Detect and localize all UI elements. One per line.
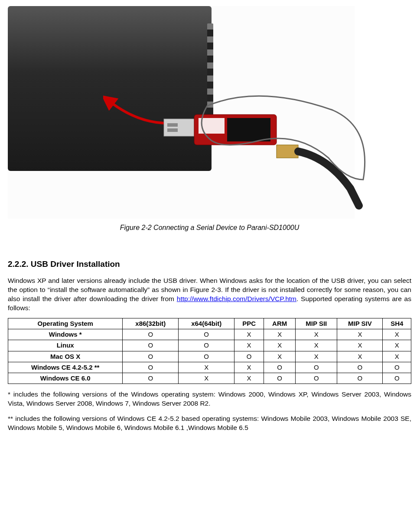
svg-rect-0 bbox=[164, 119, 194, 136]
cell: O bbox=[234, 351, 264, 362]
os-support-table: Operating System x86(32bit) x64(64bit) P… bbox=[8, 318, 411, 384]
svg-rect-1 bbox=[167, 123, 178, 127]
cell: X bbox=[264, 329, 296, 340]
cell: X bbox=[234, 329, 264, 340]
cell: O bbox=[383, 373, 411, 384]
cell: O bbox=[264, 373, 296, 384]
figure-image bbox=[8, 6, 355, 219]
section-heading: 2.2.2. USB Driver Installation bbox=[8, 259, 411, 270]
intro-paragraph: Windows XP and later versions already in… bbox=[8, 276, 411, 313]
table-row: Linux O O X X X X X bbox=[8, 340, 411, 351]
table-row: Windows * O O X X X X X bbox=[8, 329, 411, 340]
table-row: Mac OS X O O O X X X X bbox=[8, 351, 411, 362]
table-row: Windows CE 6.0 O X X O O O O bbox=[8, 373, 411, 384]
cell: X bbox=[296, 351, 337, 362]
cell: X bbox=[296, 329, 337, 340]
cell: O bbox=[296, 373, 337, 384]
cell: O bbox=[383, 362, 411, 373]
cell: O bbox=[123, 351, 179, 362]
cell: X bbox=[179, 373, 234, 384]
cell: O bbox=[123, 373, 179, 384]
table-row: Windows CE 4.2-5.2 ** O X X O O O O bbox=[8, 362, 411, 373]
os-cell: Windows * bbox=[8, 329, 123, 340]
os-cell: Mac OS X bbox=[8, 351, 123, 362]
col-sh4: SH4 bbox=[383, 318, 411, 329]
cell: X bbox=[264, 351, 296, 362]
driver-link[interactable]: http://www.ftdichip.com/Drivers/VCP.htm bbox=[177, 295, 296, 302]
cell: X bbox=[179, 362, 234, 373]
col-mip2: MIP SII bbox=[296, 318, 337, 329]
table-header-row: Operating System x86(32bit) x64(64bit) P… bbox=[8, 318, 411, 329]
cell: X bbox=[296, 340, 337, 351]
col-mip4: MIP SIV bbox=[337, 318, 383, 329]
cell: O bbox=[337, 373, 383, 384]
cell: X bbox=[234, 373, 264, 384]
cell: X bbox=[383, 340, 411, 351]
col-x86: x86(32bit) bbox=[123, 318, 179, 329]
cell: X bbox=[234, 362, 264, 373]
cell: O bbox=[123, 340, 179, 351]
usb-device-and-hand-illustration bbox=[147, 93, 372, 223]
svg-rect-2 bbox=[167, 128, 178, 132]
cell: O bbox=[179, 351, 234, 362]
os-cell: Windows CE 4.2-5.2 ** bbox=[8, 362, 123, 373]
col-x64: x64(64bit) bbox=[179, 318, 234, 329]
col-os: Operating System bbox=[8, 318, 123, 329]
os-cell: Linux bbox=[8, 340, 123, 351]
cell: X bbox=[337, 340, 383, 351]
cell: X bbox=[264, 340, 296, 351]
cell: O bbox=[296, 362, 337, 373]
cell: O bbox=[337, 362, 383, 373]
footnote-1: * includes the following versions of the… bbox=[8, 390, 411, 408]
cell: O bbox=[123, 329, 179, 340]
col-ppc: PPC bbox=[234, 318, 264, 329]
cell: O bbox=[123, 362, 179, 373]
col-arm: ARM bbox=[264, 318, 296, 329]
figure-caption: Figure 2-2 Connecting a Serial Device to… bbox=[8, 223, 411, 233]
os-cell: Windows CE 6.0 bbox=[8, 373, 123, 384]
cell: O bbox=[179, 340, 234, 351]
svg-rect-5 bbox=[227, 118, 270, 141]
cell: X bbox=[383, 329, 411, 340]
cell: X bbox=[234, 340, 264, 351]
cell: O bbox=[264, 362, 296, 373]
cell: X bbox=[337, 329, 383, 340]
cell: X bbox=[383, 351, 411, 362]
cell: O bbox=[179, 329, 234, 340]
cell: X bbox=[337, 351, 383, 362]
footnote-2: ** includes the following versions of Wi… bbox=[8, 414, 411, 433]
